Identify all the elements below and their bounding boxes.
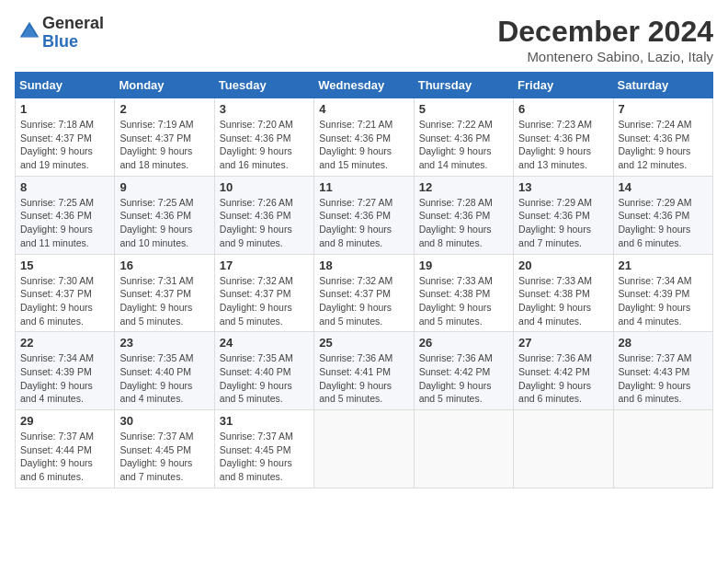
calendar-week-row: 15Sunrise: 7:30 AM Sunset: 4:37 PM Dayli…: [16, 254, 713, 332]
calendar-week-row: 1Sunrise: 7:18 AM Sunset: 4:37 PM Daylig…: [16, 98, 713, 177]
calendar-header-row: SundayMondayTuesdayWednesdayThursdayFrid…: [16, 73, 713, 98]
day-number: 31: [220, 414, 309, 428]
calendar-week-row: 29Sunrise: 7:37 AM Sunset: 4:44 PM Dayli…: [16, 410, 713, 488]
calendar-week-row: 8Sunrise: 7:25 AM Sunset: 4:36 PM Daylig…: [16, 176, 713, 254]
logo-icon: [17, 18, 42, 44]
day-info: Sunrise: 7:24 AM Sunset: 4:36 PM Dayligh…: [619, 118, 708, 172]
day-info: Sunrise: 7:29 AM Sunset: 4:36 PM Dayligh…: [518, 196, 608, 250]
day-number: 25: [319, 336, 408, 350]
logo: General Blue: [15, 15, 104, 52]
calendar-cell: 1Sunrise: 7:18 AM Sunset: 4:37 PM Daylig…: [16, 98, 115, 177]
day-info: Sunrise: 7:21 AM Sunset: 4:36 PM Dayligh…: [319, 118, 408, 172]
day-header-monday: Monday: [115, 73, 214, 98]
calendar-cell: 23Sunrise: 7:35 AM Sunset: 4:40 PM Dayli…: [115, 332, 214, 410]
calendar-cell: 30Sunrise: 7:37 AM Sunset: 4:45 PM Dayli…: [115, 410, 214, 488]
day-info: Sunrise: 7:22 AM Sunset: 4:36 PM Dayligh…: [419, 118, 508, 172]
day-info: Sunrise: 7:33 AM Sunset: 4:38 PM Dayligh…: [419, 274, 508, 328]
day-number: 10: [220, 180, 309, 194]
day-number: 18: [319, 259, 408, 272]
day-number: 24: [220, 336, 309, 350]
calendar-week-row: 22Sunrise: 7:34 AM Sunset: 4:39 PM Dayli…: [16, 332, 713, 410]
day-number: 16: [119, 259, 209, 272]
day-number: 4: [319, 102, 408, 116]
day-info: Sunrise: 7:28 AM Sunset: 4:36 PM Dayligh…: [419, 196, 508, 250]
day-info: Sunrise: 7:37 AM Sunset: 4:45 PM Dayligh…: [119, 430, 209, 484]
day-info: Sunrise: 7:20 AM Sunset: 4:36 PM Dayligh…: [220, 118, 309, 172]
day-number: 12: [419, 180, 508, 194]
calendar-cell: 15Sunrise: 7:30 AM Sunset: 4:37 PM Dayli…: [16, 254, 115, 332]
day-number: 1: [20, 102, 109, 116]
calendar-table: SundayMondayTuesdayWednesdayThursdayFrid…: [15, 72, 713, 488]
day-number: 19: [419, 259, 508, 272]
day-header-tuesday: Tuesday: [214, 73, 313, 98]
calendar-cell: 24Sunrise: 7:35 AM Sunset: 4:40 PM Dayli…: [214, 332, 313, 410]
calendar-cell: 18Sunrise: 7:32 AM Sunset: 4:37 PM Dayli…: [314, 254, 414, 332]
day-info: Sunrise: 7:32 AM Sunset: 4:37 PM Dayligh…: [220, 274, 309, 328]
day-info: Sunrise: 7:30 AM Sunset: 4:37 PM Dayligh…: [20, 274, 109, 328]
calendar-cell: 7Sunrise: 7:24 AM Sunset: 4:36 PM Daylig…: [613, 98, 712, 177]
day-info: Sunrise: 7:18 AM Sunset: 4:37 PM Dayligh…: [20, 118, 109, 172]
calendar-cell: 25Sunrise: 7:36 AM Sunset: 4:41 PM Dayli…: [314, 332, 414, 410]
day-number: 14: [619, 180, 708, 194]
day-number: 20: [518, 259, 608, 272]
day-number: 17: [220, 259, 309, 272]
day-number: 23: [119, 336, 209, 350]
day-info: Sunrise: 7:34 AM Sunset: 4:39 PM Dayligh…: [20, 351, 109, 406]
page-header: General Blue December 2024 Montenero Sab…: [15, 15, 713, 64]
day-info: Sunrise: 7:29 AM Sunset: 4:36 PM Dayligh…: [619, 196, 708, 250]
calendar-cell: 11Sunrise: 7:27 AM Sunset: 4:36 PM Dayli…: [314, 176, 414, 254]
day-number: 5: [419, 102, 508, 116]
day-number: 6: [518, 102, 608, 116]
day-info: Sunrise: 7:33 AM Sunset: 4:38 PM Dayligh…: [518, 274, 608, 328]
day-header-friday: Friday: [514, 73, 613, 98]
day-info: Sunrise: 7:37 AM Sunset: 4:43 PM Dayligh…: [619, 351, 708, 406]
calendar-cell: 20Sunrise: 7:33 AM Sunset: 4:38 PM Dayli…: [514, 254, 613, 332]
day-number: 26: [419, 336, 508, 350]
day-info: Sunrise: 7:31 AM Sunset: 4:37 PM Dayligh…: [119, 274, 209, 328]
day-number: 21: [619, 259, 708, 272]
day-number: 29: [20, 414, 109, 428]
logo-blue-text: Blue: [42, 32, 78, 51]
calendar-cell: 27Sunrise: 7:36 AM Sunset: 4:42 PM Dayli…: [514, 332, 613, 410]
calendar-cell: 16Sunrise: 7:31 AM Sunset: 4:37 PM Dayli…: [115, 254, 214, 332]
calendar-cell: 8Sunrise: 7:25 AM Sunset: 4:36 PM Daylig…: [16, 176, 115, 254]
calendar-cell: 6Sunrise: 7:23 AM Sunset: 4:36 PM Daylig…: [514, 98, 613, 177]
title-section: December 2024 Montenero Sabino, Lazio, I…: [497, 15, 713, 64]
day-number: 28: [619, 336, 708, 350]
day-number: 13: [518, 180, 608, 194]
calendar-cell: [514, 410, 613, 488]
day-header-sunday: Sunday: [16, 73, 115, 98]
day-number: 8: [20, 180, 109, 194]
location: Montenero Sabino, Lazio, Italy: [497, 49, 713, 64]
day-info: Sunrise: 7:23 AM Sunset: 4:36 PM Dayligh…: [518, 118, 608, 172]
day-header-saturday: Saturday: [613, 73, 712, 98]
day-number: 27: [518, 336, 608, 350]
day-info: Sunrise: 7:36 AM Sunset: 4:42 PM Dayligh…: [419, 351, 508, 406]
month-title: December 2024: [497, 15, 713, 49]
day-info: Sunrise: 7:26 AM Sunset: 4:36 PM Dayligh…: [220, 196, 309, 250]
day-header-thursday: Thursday: [414, 73, 513, 98]
calendar-cell: 22Sunrise: 7:34 AM Sunset: 4:39 PM Dayli…: [16, 332, 115, 410]
calendar-cell: 31Sunrise: 7:37 AM Sunset: 4:45 PM Dayli…: [214, 410, 313, 488]
day-info: Sunrise: 7:36 AM Sunset: 4:42 PM Dayligh…: [518, 351, 608, 406]
calendar-cell: [613, 410, 712, 488]
calendar-cell: 13Sunrise: 7:29 AM Sunset: 4:36 PM Dayli…: [514, 176, 613, 254]
calendar-cell: 28Sunrise: 7:37 AM Sunset: 4:43 PM Dayli…: [613, 332, 712, 410]
calendar-cell: 9Sunrise: 7:25 AM Sunset: 4:36 PM Daylig…: [115, 176, 214, 254]
day-info: Sunrise: 7:25 AM Sunset: 4:36 PM Dayligh…: [119, 196, 209, 250]
calendar-cell: 19Sunrise: 7:33 AM Sunset: 4:38 PM Dayli…: [414, 254, 513, 332]
calendar-cell: 5Sunrise: 7:22 AM Sunset: 4:36 PM Daylig…: [414, 98, 513, 177]
day-number: 7: [619, 102, 708, 116]
calendar-cell: 26Sunrise: 7:36 AM Sunset: 4:42 PM Dayli…: [414, 332, 513, 410]
calendar-cell: 10Sunrise: 7:26 AM Sunset: 4:36 PM Dayli…: [214, 176, 313, 254]
calendar-cell: 21Sunrise: 7:34 AM Sunset: 4:39 PM Dayli…: [613, 254, 712, 332]
calendar-cell: 17Sunrise: 7:32 AM Sunset: 4:37 PM Dayli…: [214, 254, 313, 332]
calendar-cell: [314, 410, 414, 488]
day-info: Sunrise: 7:25 AM Sunset: 4:36 PM Dayligh…: [20, 196, 109, 250]
day-info: Sunrise: 7:36 AM Sunset: 4:41 PM Dayligh…: [319, 351, 408, 406]
calendar-cell: 4Sunrise: 7:21 AM Sunset: 4:36 PM Daylig…: [314, 98, 414, 177]
calendar-cell: 29Sunrise: 7:37 AM Sunset: 4:44 PM Dayli…: [16, 410, 115, 488]
day-number: 22: [20, 336, 109, 350]
calendar-cell: 2Sunrise: 7:19 AM Sunset: 4:37 PM Daylig…: [115, 98, 214, 177]
day-info: Sunrise: 7:37 AM Sunset: 4:44 PM Dayligh…: [20, 430, 109, 484]
